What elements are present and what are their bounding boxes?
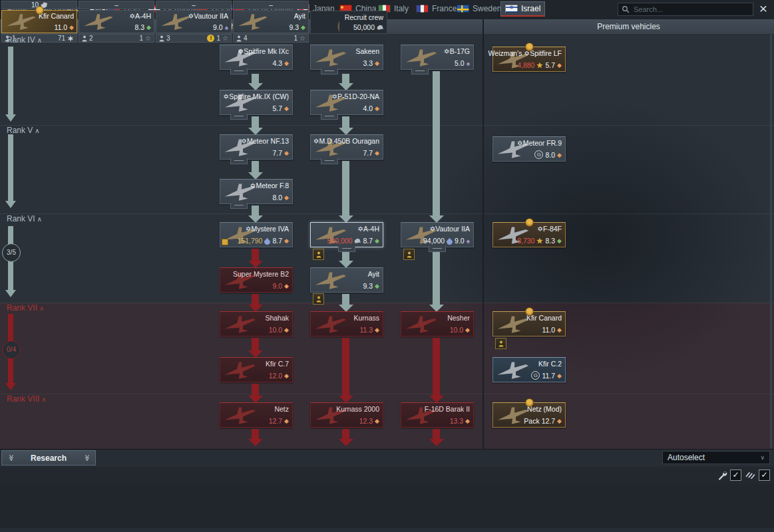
rank-vii-label[interactable]: Rank VII∧ — [7, 303, 44, 313]
vehicle-name: ✡B-17G — [444, 47, 470, 55]
rank-arrow — [8, 134, 13, 201]
wrench-icon[interactable] — [717, 470, 727, 480]
vehicle-card-spitfire-mk-ixc[interactable]: ✡Spitfire Mk IXc 4.3◆ — [220, 45, 293, 70]
crew-vehicle-card[interactable]: Kfir Canard 11.0◆ — [1, 10, 77, 33]
qualification-star-icon: ☆ — [145, 35, 151, 43]
rp-icon — [264, 237, 270, 245]
ge-price: 8,730 — [517, 237, 534, 245]
vehicle-card-p51d-20-na[interactable]: ✡P-51D-20-NA 4.0◆ — [310, 90, 383, 115]
folder-notch[interactable] — [230, 114, 248, 120]
rank-arrowhead — [5, 290, 16, 297]
vehicle-card-netz[interactable]: Netz 12.7◆ — [220, 402, 293, 428]
vehicle-info: 11.0◆ — [542, 326, 562, 334]
folder-notch[interactable] — [230, 158, 248, 164]
vehicle-info: 4.0◆ — [363, 104, 379, 112]
talisman-badge — [313, 293, 324, 305]
folder-notch[interactable] — [411, 68, 429, 74]
close-icon[interactable]: × — [755, 1, 771, 17]
plane-image — [219, 356, 261, 384]
nation-tab-france[interactable]: France — [416, 3, 457, 15]
crew-vehicle-card[interactable]: ✡A-4H 8.3◆ — [79, 10, 154, 33]
ammo-checkbox[interactable]: ✓ — [759, 469, 770, 481]
vehicle-card-md450b-ouragan[interactable]: ✡M.D.450B Ouragan 7.7◆ — [310, 134, 383, 160]
vehicle-name: ✡P-51D-20-NA — [331, 92, 379, 100]
vehicle-info: 5.0♠ — [455, 59, 470, 67]
qualification-star-icon: ☆ — [299, 35, 305, 43]
folder-notch[interactable] — [321, 68, 338, 74]
connector-arrowhead-locked — [248, 439, 263, 446]
vehicle-info: 10.0◆ — [450, 326, 470, 334]
connector-locked — [252, 384, 259, 396]
nation-tab-sweden[interactable]: Sweden — [457, 3, 501, 15]
vehicle-card-kfir-canard[interactable]: Kfir Canard 11.0◆ — [492, 311, 566, 336]
vehicle-card-weizmans-spitfire-lf[interactable]: Weizman's ✡Spitfire LF 4,8805.7◆ — [492, 47, 566, 72]
vehicle-card-kurnass-2000[interactable]: Kurnass 2000 12.3◆ — [310, 402, 383, 428]
vehicle-card-meteor-fr9[interactable]: ✡Meteor FR.9 G8.0◆ — [492, 136, 566, 162]
folder-notch[interactable] — [338, 246, 355, 252]
vehicle-card-sakeen[interactable]: Sakeen 3.3◆ — [310, 45, 383, 70]
recruit-crew-price: 50,000 — [353, 23, 383, 31]
crew-vehicle-card[interactable]: Ayit 9.3◆ — [233, 10, 309, 33]
ammo-slashes-icon[interactable] — [745, 470, 755, 479]
vehicle-card-f16d-barak-ii[interactable]: F-16D Barak II 13.3◆ — [401, 402, 474, 428]
search-icon — [622, 5, 630, 13]
connector — [342, 294, 349, 305]
vehicle-card-ayit[interactable]: Ayit 9.3◆ — [310, 267, 383, 293]
br-mode-icon: ◆ — [465, 418, 470, 424]
crew-vehicle-card[interactable]: ✡Vautour IIA 9.0♠ — [156, 10, 232, 33]
vehicle-info: 12.7◆ — [269, 417, 289, 425]
rank-progress-badge: 3/5 — [2, 243, 21, 262]
crew-slot-4[interactable]: – Ayit 9.3◆ 4 1☆ — [233, 1, 309, 43]
plane-image — [219, 401, 261, 429]
connector — [252, 161, 259, 172]
vehicle-card-spitfire-mk-ix-cw[interactable]: ✡Spitfire Mk.IX (CW) 5.7◆ — [220, 90, 293, 115]
slot-counter: – — [233, 1, 309, 9]
vehicle-card-a4h[interactable]: ✡A-4H 520,0008.7◆ — [310, 222, 383, 247]
vehicle-card-meteor-f8[interactable]: ✡Meteor F.8 8.0◆ — [220, 179, 293, 204]
folder-notch[interactable] — [321, 158, 338, 164]
search-input[interactable] — [632, 5, 749, 14]
connector — [252, 116, 259, 128]
search-box[interactable] — [618, 3, 753, 16]
plane-image — [400, 43, 442, 71]
vehicle-card-kfir-c7[interactable]: Kfir C.7 12.0◆ — [220, 357, 293, 382]
vehicle-card-netz-mod[interactable]: Netz (Mod) Pack12.7◆ — [492, 402, 566, 428]
research-tab[interactable]: ≪ Research ≪ — [1, 450, 96, 466]
nation-tab-israel[interactable]: Israel — [500, 1, 545, 17]
crew-slot-2[interactable]: – ✡A-4H 8.3◆ 2 1☆ — [79, 1, 154, 43]
br-mode-icon: ◆ — [284, 105, 289, 112]
crew-points-icon — [67, 35, 74, 42]
rank-viii-label[interactable]: Rank VIII∧ — [7, 394, 47, 404]
plane-image — [309, 43, 351, 71]
rank-v-label[interactable]: Rank V∧ — [7, 126, 40, 135]
recruit-crew-card[interactable]: Recruit crew 50,000 — [310, 11, 387, 34]
vehicle-card-shahak[interactable]: Shahak 10.0◆ — [220, 311, 293, 336]
rank-vi-label[interactable]: Rank VI∧ — [7, 214, 42, 223]
folder-notch[interactable] — [321, 114, 338, 120]
vehicle-card-f84f[interactable]: ✡F-84F 8,7308.3◆ — [492, 222, 566, 247]
vehicle-name: Nesher — [447, 314, 470, 322]
vehicle-card-kurnass[interactable]: Kurnass 11.3◆ — [310, 311, 383, 336]
rank-iv-label[interactable]: Rank IV∧ — [7, 35, 42, 45]
repair-checkbox[interactable]: ✓ — [730, 469, 741, 481]
vehicle-card-b17g[interactable]: ✡B-17G 5.0♠ — [401, 45, 474, 70]
br-mode-icon: ◆ — [284, 372, 289, 379]
vehicle-card-mystere-iva[interactable]: ✡Mystere IVA 151,7908.7◆ — [220, 222, 293, 247]
vehicle-card-vautour-iia[interactable]: ✡Vautour IIA 94,0009.0♠ — [401, 222, 474, 247]
br-mode-icon: ◆ — [557, 62, 562, 68]
vehicle-name: Netz (Mod) — [527, 405, 562, 413]
folder-notch[interactable] — [230, 68, 248, 74]
connector — [252, 74, 259, 83]
talisman-badge — [313, 249, 324, 260]
scrollbar[interactable] — [770, 35, 772, 448]
vehicle-card-nesher[interactable]: Nesher 10.0◆ — [401, 311, 474, 336]
vehicle-card-super-mystere-b2[interactable]: Super Mystere B2 9.0◆ — [220, 267, 293, 293]
folder-notch[interactable] — [230, 203, 248, 209]
folder-notch[interactable] — [429, 246, 446, 252]
crew-person-icon — [159, 35, 164, 42]
crew-slot-3[interactable]: – ✡Vautour IIA 9.0♠ 3 !1☆ — [156, 1, 232, 43]
autoselect-dropdown[interactable]: Autoselect ∨ — [662, 451, 770, 464]
vehicle-card-kfir-c2[interactable]: Kfir C.2 G11.7◆ — [492, 357, 566, 382]
rank-separator — [0, 394, 774, 394]
vehicle-card-meteor-nf13[interactable]: ✡Meteor NF.13 7.7◆ — [220, 134, 293, 160]
